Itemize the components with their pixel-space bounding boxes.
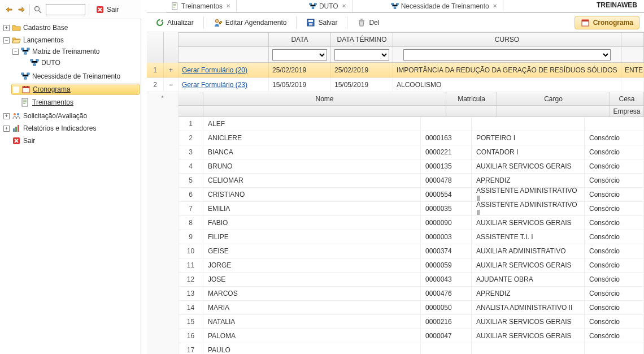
- subgrid-row[interactable]: 15NATALIA0000216AUXILIAR SERVICOS GERAIS…: [179, 315, 644, 329]
- filter-curso[interactable]: [403, 49, 611, 61]
- tree-label: Necessidade de Treinamento: [32, 72, 120, 80]
- subgrid-row[interactable]: 7EMILIA0000035ASSISTENTE ADMINISTRATIVO …: [179, 202, 644, 216]
- tree-matriz[interactable]: − Matriz de Treinamento: [11, 46, 140, 57]
- trash-icon: [357, 18, 366, 27]
- subgrid-row[interactable]: 3BIANCA0000221CONTADOR IConsórcio: [179, 145, 644, 159]
- cell-cargo: [472, 117, 585, 131]
- cell-nome: NATALIA: [203, 315, 421, 329]
- subcol-cesa[interactable]: Cesa: [610, 92, 644, 105]
- subrow-number: 7: [179, 202, 203, 215]
- atualizar-button[interactable]: Atualizar: [151, 16, 198, 29]
- cell-matricula: 0000554: [421, 188, 472, 201]
- cell-cargo: ANALISTA ADMINISTRATIVO II: [472, 301, 585, 314]
- col-header-blank[interactable]: [179, 33, 269, 46]
- tree-necessidade[interactable]: Necessidade de Treinamento: [11, 71, 140, 81]
- collapse-icon[interactable]: −: [3, 37, 10, 44]
- subgrid-row[interactable]: 16PALOMA0000047AUXILIAR SERVICOS GERAISC…: [179, 329, 644, 343]
- subcol-matricula[interactable]: Matricula: [446, 92, 497, 105]
- collapse-icon[interactable]: −: [169, 81, 173, 89]
- gerar-formulario-link[interactable]: Gerar Formulário (23): [182, 81, 247, 89]
- search-icon[interactable]: [33, 5, 42, 14]
- col-header-curso[interactable]: CURSO: [393, 33, 621, 46]
- tree-expand-icon[interactable]: [17, 5, 26, 14]
- svg-rect-17: [24, 77, 27, 79]
- svg-rect-12: [31, 59, 33, 61]
- subgrid-row[interactable]: 4BRUNO0000135AUXILIAR SERVICOS GERAISCon…: [179, 159, 644, 174]
- tab-necessidade[interactable]: Necessidade de Treinamento ✕: [386, 0, 503, 12]
- col-header-data-termino[interactable]: DATA TÉRMINO: [331, 33, 393, 46]
- row-expander[interactable]: +: [164, 63, 179, 77]
- tree-solicitacao[interactable]: + Solicitação/Avaliação: [2, 111, 140, 121]
- close-icon[interactable]: ✕: [341, 3, 347, 10]
- subrow-number: 15: [179, 315, 203, 329]
- gerar-formulario-link[interactable]: Gerar Formulário (20): [182, 66, 247, 74]
- subrow-number: 14: [179, 301, 203, 314]
- tree-relatorios[interactable]: + Relatórios e Indicadores: [2, 123, 140, 133]
- tab-duto[interactable]: DUTO ✕: [304, 0, 353, 12]
- expand-icon[interactable]: +: [3, 25, 10, 31]
- tree-treinamentos[interactable]: Treinamentos: [11, 97, 140, 107]
- subgrid-row[interactable]: 11JORGE0000059AUXILIAR SERVICOS GERAISCo…: [179, 258, 644, 273]
- active-tab-cronograma[interactable]: Cronograma: [575, 16, 639, 29]
- close-icon[interactable]: ✕: [491, 3, 498, 10]
- subgrid-row[interactable]: 2ANICLERE0000163PORTEIRO IConsórcio: [179, 131, 644, 145]
- cell-empresa: Consórcio: [585, 273, 644, 286]
- expand-icon[interactable]: +: [169, 66, 173, 74]
- tree-collapse-icon[interactable]: [5, 5, 14, 14]
- cell-nome: ALEF: [203, 117, 421, 131]
- grid-row[interactable]: 1 + Gerar Formulário (20) 25/02/2019 25/…: [147, 63, 644, 77]
- cell-matricula: 0000003: [421, 230, 472, 244]
- editar-button[interactable]: Editar Agendamento: [210, 16, 291, 29]
- collapse-icon[interactable]: −: [12, 49, 19, 55]
- filter-data-termino[interactable]: [334, 49, 389, 61]
- cell-matricula: 0000216: [421, 315, 472, 329]
- expand-icon[interactable]: +: [3, 113, 10, 119]
- subgrid-row[interactable]: 14MARIA0000050ANALISTA ADMINISTRATIVO II…: [179, 301, 644, 315]
- app-title: TREINAWEB: [590, 0, 644, 12]
- cell-empresa: Consórcio: [585, 301, 644, 314]
- col-header-data[interactable]: DATA: [269, 33, 331, 46]
- close-icon[interactable]: ✕: [225, 3, 232, 10]
- subgrid-row[interactable]: 6CRISTIANO0000554ASSISTENTE ADMINISTRATI…: [179, 188, 644, 202]
- svg-rect-2: [315, 3, 317, 5]
- cell-matricula: 0000476: [421, 287, 472, 300]
- flow-icon: [21, 47, 30, 56]
- grid-row[interactable]: 2 − Gerar Formulário (23) 15/05/2019 15/…: [147, 77, 644, 92]
- svg-rect-6: [394, 7, 396, 8]
- search-input[interactable]: [46, 4, 85, 15]
- subgrid-row[interactable]: 1ALEF: [179, 117, 644, 131]
- tree-lancamentos[interactable]: − Lançamentos: [2, 35, 140, 45]
- subgrid-row[interactable]: 5CELIOMAR0000478APRENDIZConsórcio: [179, 174, 644, 188]
- cell-rest: ENTE: [621, 63, 644, 77]
- tab-treinamentos[interactable]: Treinamentos ✕: [167, 0, 237, 12]
- expand-icon[interactable]: +: [3, 126, 10, 132]
- salvar-button[interactable]: Salvar: [302, 16, 341, 29]
- svg-rect-13: [36, 59, 38, 61]
- subgrid-row[interactable]: 12JOSE0000043AJUDANTE OBRAConsórcio: [179, 273, 644, 287]
- subcol-cargo[interactable]: Cargo: [497, 92, 610, 105]
- sair-button[interactable]: Sair: [93, 4, 121, 15]
- tab-label: Treinamentos: [181, 2, 223, 10]
- del-button[interactable]: Del: [353, 16, 383, 29]
- subgrid-row[interactable]: 9FILIPE0000003ASSISTENTE T.I. IConsórcio: [179, 230, 644, 244]
- button-label: Atualizar: [167, 19, 194, 27]
- subcol-nome[interactable]: Nome: [203, 92, 446, 105]
- cell-nome: EMILIA: [203, 202, 421, 215]
- cell-nome: JOSE: [203, 273, 421, 286]
- tree-duto[interactable]: DUTO: [20, 58, 140, 68]
- tree-label: Solicitação/Avaliação: [23, 112, 87, 120]
- subgrid-row[interactable]: 10GEISE0000374AUXILIAR ADMINISTRATIVOCon…: [179, 244, 644, 258]
- col-header-extra[interactable]: [621, 33, 644, 46]
- tree-sair[interactable]: Sair: [2, 136, 140, 146]
- cell-nome: CRISTIANO: [203, 188, 421, 201]
- cell-matricula: 0000221: [421, 145, 472, 159]
- tree-cadastro-base[interactable]: + Cadastro Base: [2, 23, 140, 33]
- subgrid-row[interactable]: 13MARCOS0000476APRENDIZConsórcio: [179, 287, 644, 301]
- subgrid-row[interactable]: 17PAULO: [179, 343, 644, 354]
- row-expander[interactable]: −: [164, 77, 179, 92]
- subcol-empresa[interactable]: Empresa: [610, 106, 644, 116]
- filter-data[interactable]: [272, 49, 327, 61]
- tree-cronograma[interactable]: Cronograma: [11, 84, 140, 95]
- subgrid-row[interactable]: 8FABIO0000090AUXILIAR SERVICOS GERAISCon…: [179, 216, 644, 230]
- cell-empresa: Consórcio: [585, 188, 644, 201]
